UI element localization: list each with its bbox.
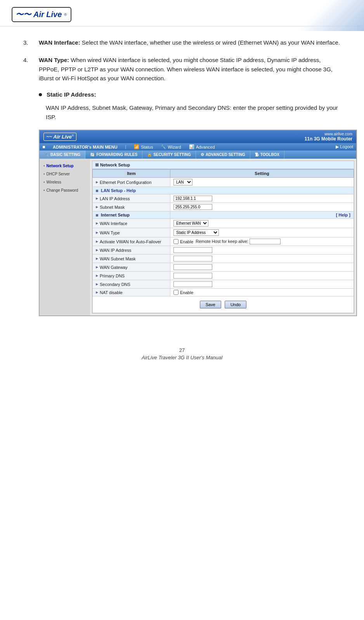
button-row-cell: Save Undo bbox=[93, 296, 354, 313]
subnav-toolbox-label: TOOLBOX bbox=[260, 152, 279, 157]
undo-button[interactable]: Undo bbox=[225, 301, 246, 308]
wan-subnet-input[interactable] bbox=[173, 256, 212, 262]
router-subnav[interactable]: 🔧 BASIC SETTING 🔄 FORWARDING RULES 🔒 SEC… bbox=[40, 151, 356, 159]
lan-ip-input[interactable] bbox=[173, 196, 212, 201]
router-logo-wave: ~~ bbox=[46, 134, 52, 140]
navbar-advanced-label: Advanced bbox=[196, 145, 215, 149]
navbar-advanced[interactable]: 📊 Advanced bbox=[189, 144, 215, 149]
item-3: 3. WAN Interface: Select the WAN interfa… bbox=[23, 38, 341, 47]
row-secondary-dns-item: Secondary DNS bbox=[93, 280, 170, 289]
row-ethernet-item: Ethernet Port Configuration bbox=[93, 178, 170, 187]
router-brand: ~~ Air Live® bbox=[43, 133, 76, 141]
logo-registered: ® bbox=[64, 13, 67, 17]
vwan-enable-label: Enable bbox=[180, 239, 193, 244]
subnav-basic-setting[interactable]: 🔧 BASIC SETTING bbox=[40, 151, 85, 159]
remote-host-group: Remote Host for keep alive: bbox=[196, 239, 281, 244]
primary-dns-input[interactable] bbox=[173, 273, 212, 279]
row-wan-subnet-setting bbox=[170, 255, 354, 263]
logo-text: Air Live bbox=[33, 10, 62, 19]
item-4-body: WAN Type: When wired WAN interface is se… bbox=[39, 55, 341, 83]
save-button[interactable]: Save bbox=[200, 301, 221, 308]
item-3-body: WAN Interface: Select the WAN interface,… bbox=[39, 38, 341, 47]
wizard-icon: 🔧 bbox=[161, 144, 166, 149]
vwan-label: Activate VWAN for Auto-Failover bbox=[96, 239, 167, 244]
table-row: Activate VWAN for Auto-Failover Enable bbox=[93, 237, 354, 246]
primary-dns-label: Primary DNS bbox=[96, 274, 167, 278]
row-nat-setting: Enable bbox=[170, 289, 354, 296]
row-wan-subnet-item: WAN Subnet Mask bbox=[93, 255, 170, 263]
navbar-logout[interactable]: ▶ Logoot bbox=[336, 144, 353, 149]
router-body: Network Setup DHCP Server Wireless Chang… bbox=[40, 159, 356, 315]
subnav-advanced-label: ADVANCED SETTING bbox=[206, 152, 245, 157]
subnav-basic-label: BASIC SETTING bbox=[50, 152, 80, 157]
panel-title: Network Setup bbox=[100, 163, 130, 167]
row-lan-ip-item: LAN IP Address bbox=[93, 194, 170, 203]
wan-type-select[interactable]: Static IP Address Dynamic IP Address PPP… bbox=[173, 229, 219, 236]
navbar-status-label: Status bbox=[141, 145, 153, 149]
table-row: Subnet Mask bbox=[93, 203, 354, 211]
wan-ip-label: WAN IP Address bbox=[96, 248, 167, 253]
secondary-dns-input[interactable] bbox=[173, 281, 212, 287]
wan-gateway-input[interactable] bbox=[173, 264, 212, 270]
router-main-panel: Network Setup Item Setting bbox=[92, 161, 354, 313]
navbar-admin-label: ADMINISTRATOR's MAIN MENU bbox=[53, 145, 118, 149]
sidebar-item-network-setup[interactable]: Network Setup bbox=[40, 162, 90, 170]
sidebar-item-dhcp-server[interactable]: DHCP Server bbox=[40, 170, 90, 178]
col-setting: Setting bbox=[170, 170, 354, 178]
panel-header-icon bbox=[95, 163, 99, 166]
navbar-logout-label: ▶ Logoot bbox=[336, 144, 353, 149]
wan-interface-select[interactable]: Ethernet WAN Wireless bbox=[173, 220, 208, 227]
item-4-term: WAN Type: bbox=[39, 57, 69, 63]
subnav-security-setting[interactable]: 🔒 SECURITY SETTING bbox=[142, 151, 196, 159]
nat-enable-checkbox[interactable] bbox=[173, 290, 179, 295]
table-row: WAN Type Static IP Address Dynamic IP Ad… bbox=[93, 228, 354, 237]
table-row-buttons: Save Undo bbox=[93, 296, 354, 313]
section-sq-icon bbox=[96, 190, 98, 192]
table-row: NAT disable Enable bbox=[93, 289, 354, 296]
router-navbar[interactable]: ADMINISTRATOR's MAIN MENU | 📶 Status 🔧 W… bbox=[40, 143, 356, 151]
row-primary-dns-setting bbox=[170, 272, 354, 280]
subnav-forwarding-rules[interactable]: 🔄 FORWARDING RULES bbox=[85, 151, 142, 159]
router-top-right: www.airlive.com 11n 3G Mobile Router bbox=[305, 132, 352, 142]
subnav-advanced-setting[interactable]: ⚙ ADVANCED SETTING bbox=[196, 151, 250, 159]
subnav-security-label: SECURITY SETTING bbox=[153, 152, 191, 157]
ethernet-label: Ethernet Port Configuration bbox=[96, 180, 167, 185]
vwan-enable-group: Enable bbox=[173, 239, 193, 244]
bullet-title-text: Static IP Address: bbox=[47, 91, 96, 98]
subnet-mask-input[interactable] bbox=[173, 204, 212, 210]
row-wan-type-item: WAN Type bbox=[93, 228, 170, 237]
router-topbar: ~~ Air Live® www.airlive.com 11n 3G Mobi… bbox=[40, 130, 356, 143]
advanced-icon: 📊 bbox=[189, 144, 194, 149]
col-item: Item bbox=[93, 170, 170, 178]
bullet-title: Static IP Address: bbox=[39, 91, 341, 98]
row-vwan-item: Activate VWAN for Auto-Failover bbox=[93, 237, 170, 246]
row-wan-iface-setting: Ethernet WAN Wireless bbox=[170, 219, 354, 228]
row-wan-ip-item: WAN IP Address bbox=[93, 246, 170, 255]
navbar-status-icon[interactable]: 📶 Status bbox=[134, 144, 153, 149]
lan-ip-label: LAN IP Address bbox=[96, 196, 167, 201]
table-row: Primary DNS bbox=[93, 272, 354, 280]
table-row-section-lan: LAN Setup - Help bbox=[93, 187, 354, 194]
page-number: 27 bbox=[0, 347, 364, 353]
navbar-wizard[interactable]: 🔧 Wizard bbox=[161, 144, 181, 149]
vwan-enable-checkbox[interactable] bbox=[173, 239, 179, 244]
ethernet-port-select[interactable]: LAN WAN bbox=[173, 179, 192, 185]
vwan-setting-row: Enable Remote Host for keep alive: bbox=[173, 239, 350, 244]
sidebar-item-change-password[interactable]: Change Password bbox=[40, 186, 90, 194]
sidebar-item-wireless[interactable]: Wireless bbox=[40, 178, 90, 186]
wan-ip-input[interactable] bbox=[173, 247, 212, 253]
internet-section-icon bbox=[96, 214, 98, 216]
wan-type-label: WAN Type bbox=[96, 230, 167, 235]
subnav-toolbox[interactable]: 🗜 TOOLBOX bbox=[250, 151, 284, 159]
remote-host-input[interactable] bbox=[250, 239, 281, 244]
status-icon: 📶 bbox=[134, 144, 139, 149]
row-lan-ip-setting bbox=[170, 194, 354, 203]
table-row: Secondary DNS bbox=[93, 280, 354, 289]
advanced-setting-icon: ⚙ bbox=[201, 152, 204, 157]
table-row: WAN Subnet Mask bbox=[93, 255, 354, 263]
internet-help-link[interactable]: [ Help ] bbox=[336, 213, 350, 217]
router-sidebar: Network Setup DHCP Server Wireless Chang… bbox=[40, 159, 90, 315]
row-wan-ip-setting bbox=[170, 246, 354, 255]
panel-header: Network Setup bbox=[92, 161, 354, 169]
table-row: WAN Gateway bbox=[93, 263, 354, 272]
